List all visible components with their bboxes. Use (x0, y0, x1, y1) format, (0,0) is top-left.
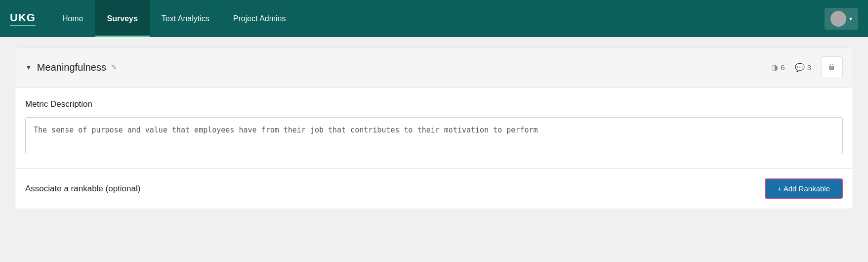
meta-item-count: ◑ 6 (771, 63, 785, 72)
logo-text: UKG (10, 11, 36, 26)
metric-description-section: Metric Description (15, 87, 853, 169)
section-title-group: ▼ Meaningfulness ✎ (25, 62, 771, 73)
chevron-down-icon: ▾ (849, 15, 852, 22)
add-rankable-button[interactable]: + Add Rankable (765, 178, 843, 199)
logo: UKG (10, 11, 36, 26)
nav-item-text-analytics[interactable]: Text Analytics (150, 0, 221, 37)
section-title: Meaningfulness (37, 62, 106, 73)
rankable-label: Associate a rankable (optional) (25, 184, 140, 194)
navbar: UKG Home Surveys Text Analytics Project … (0, 0, 868, 37)
metric-description-label: Metric Description (25, 99, 843, 109)
nav-items: Home Surveys Text Analytics Project Admi… (50, 0, 825, 37)
section-header: ▼ Meaningfulness ✎ ◑ 6 💬 3 🗑 (15, 47, 853, 87)
trash-icon: 🗑 (828, 63, 836, 72)
nav-right: ▾ (825, 8, 858, 30)
half-circle-icon: ◑ (771, 63, 778, 72)
user-avatar (830, 11, 846, 27)
collapse-icon[interactable]: ▼ (25, 63, 32, 71)
nav-item-project-admins[interactable]: Project Admins (221, 0, 298, 37)
rankable-section: Associate a rankable (optional) + Add Ra… (15, 169, 853, 209)
edit-icon[interactable]: ✎ (111, 63, 117, 71)
meta-count: 6 (781, 63, 785, 72)
main-content: ▼ Meaningfulness ✎ ◑ 6 💬 3 🗑 Metric Des (0, 37, 868, 262)
meta-comment-count: 3 (807, 63, 811, 72)
delete-button[interactable]: 🗑 (821, 56, 843, 78)
section-card: ▼ Meaningfulness ✎ ◑ 6 💬 3 🗑 Metric Des (15, 47, 853, 209)
nav-item-home[interactable]: Home (50, 0, 95, 37)
comment-icon: 💬 (795, 63, 805, 72)
section-meta: ◑ 6 💬 3 (771, 63, 811, 72)
nav-item-surveys[interactable]: Surveys (95, 0, 150, 37)
user-menu-button[interactable]: ▾ (825, 8, 858, 30)
metric-description-textarea[interactable] (25, 117, 843, 154)
meta-item-comments: 💬 3 (795, 63, 811, 72)
